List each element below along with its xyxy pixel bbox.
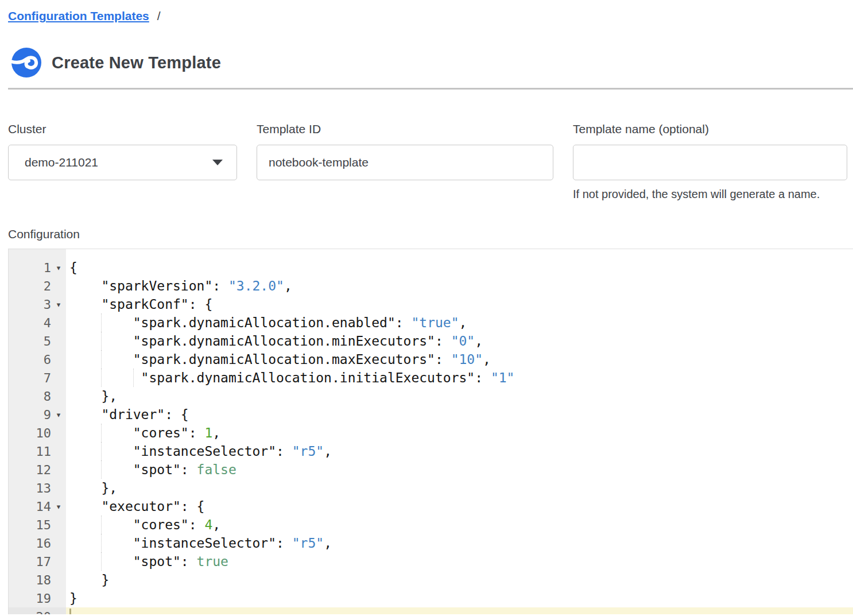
indent-guide [101, 516, 102, 534]
gutter-line-2: 2 [9, 277, 66, 295]
gutter-line-6: 6 [9, 350, 66, 369]
template-form: Cluster demo-211021 Template ID Template… [8, 122, 853, 201]
template-id-label: Template ID [257, 122, 553, 136]
template-name-input[interactable] [573, 145, 847, 180]
breadcrumb: Configuration Templates / [8, 9, 853, 23]
ocean-wave-logo-icon [5, 47, 44, 78]
breadcrumb-link-configuration-templates[interactable]: Configuration Templates [8, 9, 149, 22]
code-line-17[interactable]: "spot": true [66, 552, 853, 571]
cluster-select-value: demo-211021 [25, 156, 98, 169]
gutter-line-11: 11 [9, 442, 66, 460]
gutter-line-7: 7 [9, 369, 66, 387]
gutter-line-15: 15 [9, 516, 66, 534]
cluster-select[interactable]: demo-211021 [8, 145, 237, 180]
indent-guide [101, 460, 102, 479]
code-line-6[interactable]: "spark.dynamicAllocation.maxExecutors": … [66, 350, 853, 369]
gutter-line-10: 10 [9, 424, 66, 442]
indent-guide [101, 552, 102, 571]
cluster-label: Cluster [8, 122, 237, 136]
line-number: 18 [9, 573, 51, 587]
gutter-line-3: 3▾ [9, 295, 66, 313]
gutter-line-17: 17 [9, 552, 66, 571]
template-id-input[interactable] [257, 145, 553, 180]
code-line-18[interactable]: } [66, 571, 853, 589]
code-line-13[interactable]: }, [66, 479, 853, 497]
line-number: 1 [9, 261, 51, 275]
gutter-line-8: 8 [9, 387, 66, 405]
template-name-helper-text: If not provided, the system will generat… [573, 188, 847, 201]
template-name-field: Template name (optional) If not provided… [573, 122, 847, 201]
fold-arrow-icon[interactable]: ▾ [51, 410, 66, 419]
editor-gutter: 1▾23▾456789▾1011121314▾151617181920 [9, 249, 66, 614]
line-number: 10 [9, 426, 51, 440]
fold-arrow-icon[interactable]: ▾ [51, 300, 66, 309]
code-line-16[interactable]: "instanceSelector": "r5", [66, 534, 853, 552]
code-line-11[interactable]: "instanceSelector": "r5", [66, 442, 853, 460]
indent-guide [101, 369, 102, 387]
code-line-14[interactable]: "executor": { [66, 497, 853, 516]
line-number: 9 [9, 408, 51, 422]
line-number: 7 [9, 371, 51, 385]
line-number: 19 [9, 591, 51, 606]
gutter-line-5: 5 [9, 332, 66, 350]
fold-arrow-icon[interactable]: ▾ [51, 264, 66, 272]
line-number: 5 [9, 334, 51, 348]
line-number: 3 [9, 297, 51, 312]
code-line-4[interactable]: "spark.dynamicAllocation.enabled": "true… [66, 313, 853, 332]
line-number: 13 [9, 481, 51, 495]
line-number: 14 [9, 499, 51, 514]
line-number: 6 [9, 352, 51, 367]
line-number: 16 [9, 536, 51, 551]
breadcrumb-separator: / [157, 9, 161, 22]
gutter-line-12: 12 [9, 460, 66, 479]
page-title: Create New Template [52, 53, 221, 72]
gutter-line-18: 18 [9, 571, 66, 589]
gutter-line-14: 14▾ [9, 497, 66, 516]
indent-guide [101, 442, 102, 460]
line-number: 15 [9, 518, 51, 532]
code-line-2[interactable]: "sparkVersion": "3.2.0", [66, 277, 853, 295]
page-header: Create New Template [5, 47, 853, 78]
cluster-field: Cluster demo-211021 [8, 122, 237, 201]
line-number: 12 [9, 463, 51, 477]
editor-code-area[interactable]: { "sparkVersion": "3.2.0", "sparkConf": … [66, 249, 853, 614]
code-line-15[interactable]: "cores": 4, [66, 516, 853, 534]
gutter-line-13: 13 [9, 479, 66, 497]
line-number: 20 [9, 610, 51, 615]
code-line-19[interactable]: } [66, 589, 853, 607]
editor-active-line[interactable] [66, 607, 853, 614]
gutter-line-4: 4 [9, 313, 66, 332]
configuration-label: Configuration [8, 227, 853, 241]
indent-guide [101, 534, 102, 552]
gutter-line-1: 1▾ [9, 258, 66, 277]
code-line-9[interactable]: "driver": { [66, 405, 853, 424]
code-line-10[interactable]: "cores": 1, [66, 424, 853, 442]
code-line-1[interactable]: { [66, 258, 853, 277]
code-line-5[interactable]: "spark.dynamicAllocation.minExecutors": … [66, 332, 853, 350]
code-line-8[interactable]: }, [66, 387, 853, 405]
gutter-line-16: 16 [9, 534, 66, 552]
indent-guide [101, 313, 102, 332]
gutter-line-19: 19 [9, 589, 66, 607]
indent-guide [133, 369, 134, 387]
line-number: 11 [9, 444, 51, 459]
line-number: 8 [9, 389, 51, 404]
text-cursor [69, 609, 71, 614]
fold-arrow-icon[interactable]: ▾ [51, 502, 66, 511]
json-config-editor[interactable]: 1▾23▾456789▾1011121314▾151617181920 { "s… [8, 249, 853, 614]
chevron-down-icon [212, 160, 223, 165]
line-number: 17 [9, 555, 51, 569]
header-divider [8, 88, 853, 90]
code-line-12[interactable]: "spot": false [66, 460, 853, 479]
gutter-line-9: 9▾ [9, 405, 66, 424]
indent-guide [101, 332, 102, 350]
indent-guide [101, 350, 102, 369]
code-line-3[interactable]: "sparkConf": { [66, 295, 853, 313]
code-line-7[interactable]: "spark.dynamicAllocation.initialExecutor… [66, 369, 853, 387]
line-number: 2 [9, 279, 51, 293]
template-name-label: Template name (optional) [573, 122, 847, 136]
line-number: 4 [9, 316, 51, 330]
gutter-line-20: 20 [9, 607, 66, 614]
indent-guide [101, 424, 102, 442]
template-id-field: Template ID [257, 122, 553, 201]
